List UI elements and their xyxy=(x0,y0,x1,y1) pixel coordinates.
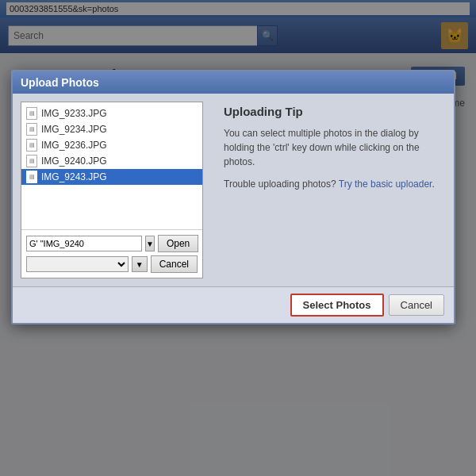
file-name: IMG_9236.JPG xyxy=(41,140,107,151)
file-item[interactable]: ▤ IMG_9236.JPG xyxy=(21,137,202,153)
file-name: IMG_9233.JPG xyxy=(41,108,107,119)
file-item[interactable]: ▤ IMG_9234.JPG xyxy=(21,121,202,137)
file-controls: ▼ Open ▼ Cancel xyxy=(21,229,202,278)
dialog-title-bar: Upload Photos xyxy=(13,71,454,94)
filetype-select[interactable] xyxy=(26,256,129,272)
select-photos-button[interactable]: Select Photos xyxy=(290,294,384,317)
basic-uploader-link[interactable]: Try the basic uploader xyxy=(339,178,432,190)
file-icon: ▤ xyxy=(26,123,37,136)
file-icon: ▤ xyxy=(26,107,37,120)
file-name: IMG_9234.JPG xyxy=(41,124,107,135)
cancel-button[interactable]: Cancel xyxy=(389,294,444,316)
filetype-row: ▼ Cancel xyxy=(26,255,198,273)
file-name: IMG_9240.JPG xyxy=(41,155,107,167)
file-icon: ▤ xyxy=(26,171,37,183)
filename-input[interactable] xyxy=(26,236,142,251)
tip-text: You can select multiple photos in the di… xyxy=(224,126,441,169)
tip-trouble: Trouble uploading photos? Try the basic … xyxy=(224,178,441,190)
file-name: IMG_9243.JPG xyxy=(41,171,107,182)
tip-pane: Uploading Tip You can select multiple ph… xyxy=(211,94,454,286)
file-item[interactable]: ▤ IMG_9233.JPG xyxy=(21,106,202,121)
filetype-dropdown-arrow[interactable]: ▼ xyxy=(132,256,148,272)
file-list: ▤ IMG_9233.JPG ▤ IMG_9234.JPG ▤ IMG_9236… xyxy=(21,102,202,229)
tip-title: Uploading Tip xyxy=(224,105,441,118)
filename-dropdown[interactable]: ▼ xyxy=(145,236,155,251)
modal-overlay: Upload Photos ▤ IMG_9233.JPG ▤ IMG_9234.… xyxy=(0,0,476,476)
dialog-title: Upload Photos xyxy=(21,76,99,89)
cancel-file-button[interactable]: Cancel xyxy=(151,255,198,273)
open-button[interactable]: Open xyxy=(158,235,198,252)
dialog-footer: Select Photos Cancel xyxy=(13,286,454,323)
file-item[interactable]: ▤ IMG_9240.JPG xyxy=(21,153,202,169)
file-item-selected[interactable]: ▤ IMG_9243.JPG xyxy=(21,169,202,185)
file-browser-pane: ▤ IMG_9233.JPG ▤ IMG_9234.JPG ▤ IMG_9236… xyxy=(13,94,211,286)
upload-dialog: Upload Photos ▤ IMG_9233.JPG ▤ IMG_9234.… xyxy=(11,70,455,324)
file-icon: ▤ xyxy=(26,139,37,152)
dialog-body: ▤ IMG_9233.JPG ▤ IMG_9234.JPG ▤ IMG_9236… xyxy=(13,94,454,286)
trouble-text: Trouble uploading photos? xyxy=(224,178,336,190)
filename-row: ▼ Open xyxy=(26,235,198,252)
file-icon: ▤ xyxy=(26,155,37,167)
file-browser: ▤ IMG_9233.JPG ▤ IMG_9234.JPG ▤ IMG_9236… xyxy=(21,102,203,278)
